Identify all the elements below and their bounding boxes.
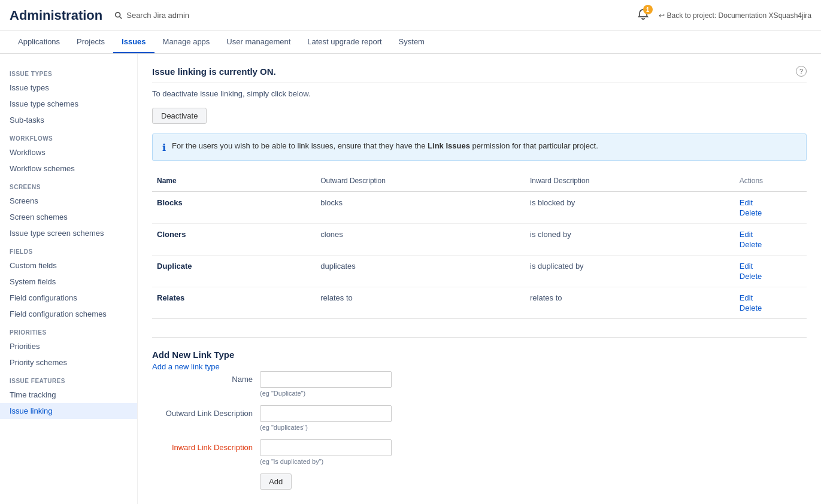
info-text: For the users you wish to be able to lin… [172, 141, 598, 150]
notification-button[interactable]: 1 [635, 6, 652, 25]
col-header-inward: Inward Description [525, 171, 735, 192]
sidebar-section-workflows: WORKFLOWS [0, 128, 137, 144]
deactivate-button[interactable]: Deactivate [152, 108, 207, 124]
sidebar: ISSUE TYPES Issue types Issue type schem… [0, 54, 138, 504]
header: Administration Search Jira admin 1 ↩ Bac… [0, 0, 821, 31]
outward-description-input[interactable] [260, 405, 392, 422]
sidebar-item-priorities[interactable]: Priorities [0, 338, 137, 354]
back-to-project-link[interactable]: ↩ Back to project: Documentation XSquash… [659, 11, 811, 20]
sidebar-item-issue-type-screen-schemes[interactable]: Issue type screen schemes [0, 225, 137, 241]
nav-issues[interactable]: Issues [113, 31, 154, 53]
edit-duplicate-link[interactable]: Edit [740, 262, 802, 271]
back-to-project-label: Back to project: Documentation XSquash4j… [667, 11, 811, 20]
issue-linking-title: Issue linking is currently ON. [152, 66, 276, 77]
nav-applications[interactable]: Applications [10, 31, 68, 53]
sidebar-item-field-configuration-schemes[interactable]: Field configuration schemes [0, 306, 137, 322]
notification-badge: 1 [643, 5, 653, 14]
link-type-name-cloners: Cloners [152, 224, 316, 256]
delete-relates-link[interactable]: Delete [740, 303, 802, 312]
actions-links-blocks: Edit Delete [740, 198, 802, 217]
info-text-before: For the users you wish to be able to lin… [172, 141, 428, 150]
inward-description-input[interactable] [260, 439, 392, 456]
delete-cloners-link[interactable]: Delete [740, 240, 802, 249]
info-box: ℹ For the users you wish to be able to l… [152, 133, 807, 161]
inward-hint: (eg "is duplicated by") [260, 458, 392, 465]
sidebar-section-screens: SCREENS [0, 177, 137, 193]
add-new-link-type-link[interactable]: Add a new link type [152, 362, 220, 371]
nav-user-management[interactable]: User management [218, 31, 299, 53]
admin-title: Administration [10, 8, 102, 23]
svg-line-1 [120, 16, 122, 19]
nav-latest-upgrade-report[interactable]: Latest upgrade report [299, 31, 390, 53]
section-divider [152, 337, 807, 338]
sidebar-item-issue-types[interactable]: Issue types [0, 80, 137, 96]
form-label-outward: Outward Link Description [152, 405, 260, 418]
search-bar[interactable]: Search Jira admin [114, 11, 189, 20]
link-type-outward-blocks: blocks [316, 192, 525, 224]
outward-hint: (eg "duplicates") [260, 424, 392, 431]
form-field-outward-wrap: (eg "duplicates") [260, 405, 392, 431]
edit-cloners-link[interactable]: Edit [740, 230, 802, 239]
form-row-name: Name (eg "Duplicate") [152, 371, 807, 397]
link-type-actions-cloners: Edit Delete [735, 224, 807, 256]
search-label: Search Jira admin [126, 11, 189, 20]
link-type-inward-blocks: is blocked by [525, 192, 735, 224]
link-type-inward-relates: relates to [525, 287, 735, 319]
sidebar-section-issue-features: ISSUE FEATURES [0, 371, 137, 387]
actions-links-relates: Edit Delete [740, 293, 802, 312]
sidebar-section-issue-types: ISSUE TYPES [0, 63, 137, 80]
issue-linking-desc: To deactivate issue linking, simply clic… [152, 89, 807, 98]
nav-projects[interactable]: Projects [68, 31, 113, 53]
name-hint: (eg "Duplicate") [260, 390, 392, 397]
sidebar-item-custom-fields[interactable]: Custom fields [0, 257, 137, 274]
sidebar-item-issue-linking[interactable]: Issue linking [0, 403, 137, 419]
form-label-name: Name [152, 371, 260, 384]
actions-links-cloners: Edit Delete [740, 230, 802, 249]
link-type-outward-cloners: clones [316, 224, 525, 256]
add-btn-row: Add [152, 473, 807, 490]
search-icon [114, 11, 123, 20]
sidebar-item-screen-schemes[interactable]: Screen schemes [0, 209, 137, 225]
link-type-actions-blocks: Edit Delete [735, 192, 807, 224]
edit-blocks-link[interactable]: Edit [740, 198, 802, 207]
sidebar-item-issue-type-schemes[interactable]: Issue type schemes [0, 96, 137, 112]
link-type-inward-duplicate: is duplicated by [525, 256, 735, 287]
sidebar-section-priorities: PRIORITIES [0, 322, 137, 338]
sidebar-item-priority-schemes[interactable]: Priority schemes [0, 354, 137, 371]
link-issues-bold: Link Issues [428, 141, 470, 150]
nav-system[interactable]: System [390, 31, 433, 53]
sidebar-item-workflow-schemes[interactable]: Workflow schemes [0, 160, 137, 177]
sidebar-item-workflows[interactable]: Workflows [0, 144, 137, 160]
link-type-actions-duplicate: Edit Delete [735, 256, 807, 287]
sidebar-item-sub-tasks[interactable]: Sub-tasks [0, 112, 137, 128]
link-types-table: Name Outward Description Inward Descript… [152, 171, 807, 319]
issue-linking-header: Issue linking is currently ON. ? [152, 66, 807, 83]
info-icon: ℹ [162, 142, 166, 153]
sidebar-section-fields: FIELDS [0, 241, 137, 257]
sidebar-item-system-fields[interactable]: System fields [0, 274, 137, 290]
form-row-inward: Inward Link Description (eg "is duplicat… [152, 439, 807, 465]
link-type-inward-cloners: is cloned by [525, 224, 735, 256]
col-header-outward: Outward Description [316, 171, 525, 192]
link-type-actions-relates: Edit Delete [735, 287, 807, 319]
link-type-outward-relates: relates to [316, 287, 525, 319]
sidebar-item-time-tracking[interactable]: Time tracking [0, 387, 137, 403]
link-type-name-relates: Relates [152, 287, 316, 319]
col-header-name: Name [152, 171, 316, 192]
add-button[interactable]: Add [260, 473, 292, 490]
info-text-after: permission for that particular project. [470, 141, 598, 150]
link-type-outward-duplicate: duplicates [316, 256, 525, 287]
actions-links-duplicate: Edit Delete [740, 262, 802, 281]
edit-relates-link[interactable]: Edit [740, 293, 802, 302]
delete-blocks-link[interactable]: Delete [740, 208, 802, 217]
sidebar-item-screens[interactable]: Screens [0, 193, 137, 209]
add-section-title: Add New Link Type [152, 350, 807, 360]
help-icon[interactable]: ? [796, 66, 807, 77]
nav-manage-apps[interactable]: Manage apps [154, 31, 219, 53]
sidebar-item-field-configurations[interactable]: Field configurations [0, 290, 137, 306]
col-header-actions: Actions [735, 171, 807, 192]
name-input[interactable] [260, 371, 392, 388]
delete-duplicate-link[interactable]: Delete [740, 272, 802, 281]
form-label-inward: Inward Link Description [152, 439, 260, 452]
back-arrow-icon: ↩ [659, 11, 665, 20]
